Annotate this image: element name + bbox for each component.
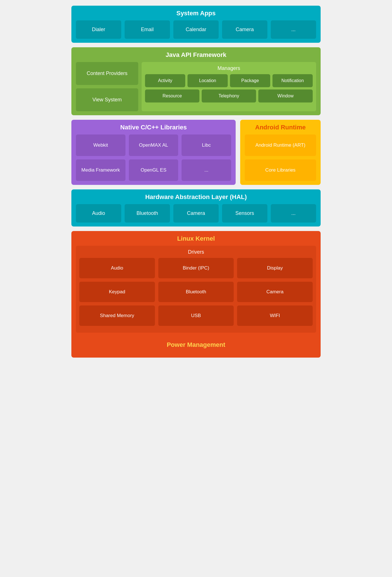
managers-row2: Resource Telephony Window	[145, 89, 313, 102]
camera-card: Camera	[222, 20, 267, 39]
power-management: Power Management	[76, 336, 316, 354]
linux-kernel-title: Linux Kernel	[76, 235, 316, 242]
libc-card: Libc	[182, 134, 231, 156]
calendar-card: Calendar	[173, 20, 219, 39]
drivers-row1: Audio Binder (IPC) Display	[79, 258, 313, 278]
java-api-layer: Java API Framework Content Providers Vie…	[71, 47, 321, 115]
notification-manager: Notification	[272, 74, 313, 87]
webkit-card: Webkit	[76, 134, 125, 156]
window-manager: Window	[258, 89, 313, 102]
location-manager: Location	[188, 74, 228, 87]
hal-audio-card: Audio	[76, 204, 121, 223]
hal-more-card: ...	[271, 204, 316, 223]
hal-title: Hardware Abstraction Layer (HAL)	[76, 193, 316, 201]
resource-manager: Resource	[145, 89, 199, 102]
system-apps-title: System Apps	[76, 10, 316, 17]
android-runtime-layer: Android Runtime Android Runtime (ART) Co…	[240, 120, 321, 185]
driver-camera: Camera	[237, 282, 313, 302]
drivers-row3: Shared Memory USB WIFI	[79, 305, 313, 326]
drivers-section: Drivers Audio Binder (IPC) Display Keypa…	[76, 246, 316, 333]
hal-layer: Hardware Abstraction Layer (HAL) Audio B…	[71, 189, 321, 226]
hal-camera-card: Camera	[173, 204, 219, 223]
managers-title: Managers	[145, 65, 313, 71]
more-card: ...	[271, 20, 316, 39]
telephony-manager: Telephony	[202, 89, 256, 102]
native-more-card: ...	[182, 159, 231, 181]
dialer-card: Dialer	[76, 20, 121, 39]
drivers-title: Drivers	[79, 249, 313, 255]
driver-audio: Audio	[79, 258, 155, 278]
hal-cards: Audio Bluetooth Camera Sensors ...	[76, 204, 316, 223]
linux-kernel-layer: Linux Kernel Drivers Audio Binder (IPC) …	[71, 231, 321, 358]
driver-usb: USB	[158, 305, 234, 326]
java-api-title: Java API Framework	[76, 51, 316, 59]
activity-manager: Activity	[145, 74, 185, 87]
native-libs-layer: Native C/C++ Libraries Webkit OpenMAX AL…	[71, 120, 236, 185]
system-apps-layer: System Apps Dialer Email Calendar Camera…	[71, 6, 321, 43]
driver-display: Display	[237, 258, 313, 278]
hal-bluetooth-card: Bluetooth	[125, 204, 170, 223]
java-api-left: Content Providers View System	[76, 62, 138, 111]
media-framework-card: Media Framework	[76, 159, 125, 181]
native-runtime-row: Native C/C++ Libraries Webkit OpenMAX AL…	[71, 120, 321, 185]
email-card: Email	[125, 20, 170, 39]
driver-keypad: Keypad	[79, 282, 155, 302]
native-libs-title: Native C/C++ Libraries	[76, 124, 231, 131]
java-api-inner: Content Providers View System Managers A…	[76, 62, 316, 111]
native-libs-grid: Webkit OpenMAX AL Libc Media Framework O…	[76, 134, 231, 181]
managers-row1: Activity Location Package Notification	[145, 74, 313, 87]
content-providers-card: Content Providers	[76, 62, 138, 85]
openmax-card: OpenMAX AL	[129, 134, 178, 156]
core-libraries-card: Core Libraries	[245, 159, 316, 181]
system-apps-cards: Dialer Email Calendar Camera ...	[76, 20, 316, 39]
managers-section: Managers Activity Location Package Notif…	[142, 62, 316, 111]
android-runtime-title: Android Runtime	[245, 124, 316, 131]
driver-binder: Binder (IPC)	[158, 258, 234, 278]
opengl-card: OpenGL ES	[129, 159, 178, 181]
view-system-card: View System	[76, 88, 138, 111]
package-manager: Package	[230, 74, 270, 87]
driver-wifi: WIFI	[237, 305, 313, 326]
drivers-row2: Keypad Bluetooth Camera	[79, 282, 313, 302]
art-card: Android Runtime (ART)	[245, 134, 316, 156]
hal-sensors-card: Sensors	[222, 204, 267, 223]
driver-bluetooth: Bluetooth	[158, 282, 234, 302]
driver-shared-memory: Shared Memory	[79, 305, 155, 326]
